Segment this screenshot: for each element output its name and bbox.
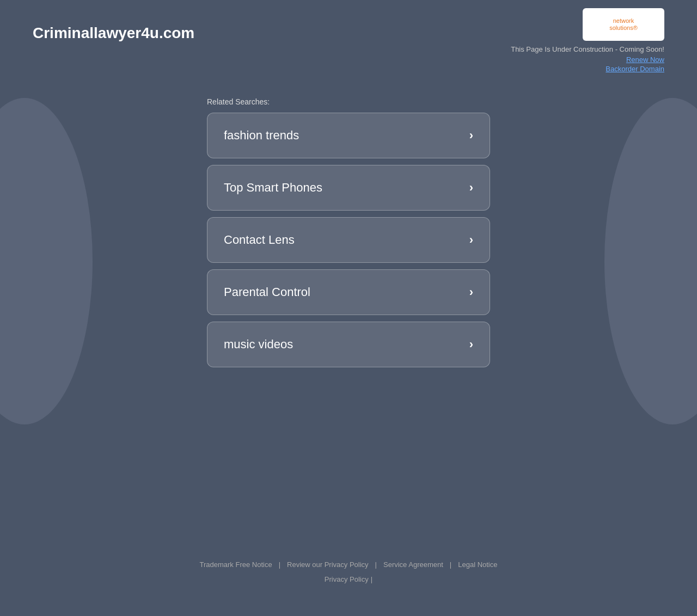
footer: Trademark Free Notice|Review our Privacy… (0, 560, 697, 583)
search-item-text: Top Smart Phones (224, 181, 322, 195)
search-item[interactable]: music videos› (207, 322, 490, 367)
search-item-arrow-icon: › (469, 285, 473, 299)
footer-link[interactable]: Service Agreement (377, 560, 450, 569)
search-item-text: Parental Control (224, 285, 310, 299)
site-title[interactable]: Criminallawyer4u.com (33, 24, 194, 42)
search-item[interactable]: Top Smart Phones› (207, 165, 490, 211)
ns-line1: network (609, 17, 638, 24)
footer-privacy-bar: | (371, 575, 372, 583)
search-item-text: Contact Lens (224, 233, 295, 247)
search-item-text: fashion trends (224, 128, 299, 143)
footer-links: Trademark Free Notice|Review our Privacy… (193, 560, 504, 569)
backorder-domain-link[interactable]: Backorder Domain (606, 65, 664, 73)
renew-now-link[interactable]: Renew Now (626, 56, 664, 64)
footer-link[interactable]: Trademark Free Notice (193, 560, 278, 569)
search-item-arrow-icon: › (469, 128, 473, 143)
search-item-arrow-icon: › (469, 233, 473, 247)
footer-link[interactable]: Review our Privacy Policy (280, 560, 375, 569)
ns-line2: solutions® (609, 24, 638, 32)
footer-link[interactable]: Legal Notice (451, 560, 504, 569)
footer-privacy: Privacy Policy | (325, 575, 372, 583)
header-links: Renew Now Backorder Domain (606, 56, 664, 73)
header-status-text: This Page Is Under Construction - Coming… (511, 45, 664, 53)
search-item[interactable]: fashion trends› (207, 113, 490, 158)
header-right: network solutions® This Page Is Under Co… (511, 8, 664, 73)
search-items-container: fashion trends›Top Smart Phones›Contact … (207, 113, 490, 367)
header: Criminallawyer4u.com network solutions® … (0, 0, 697, 81)
privacy-policy-link[interactable]: Privacy Policy (325, 575, 369, 583)
search-item-arrow-icon: › (469, 337, 473, 352)
ns-logo-text: network solutions® (609, 17, 638, 32)
search-item[interactable]: Parental Control› (207, 269, 490, 315)
search-item[interactable]: Contact Lens› (207, 217, 490, 263)
main-content: Related Searches: fashion trends›Top Sma… (0, 81, 697, 384)
search-item-arrow-icon: › (469, 181, 473, 195)
search-item-text: music videos (224, 337, 293, 352)
related-searches-label: Related Searches: (207, 97, 270, 106)
network-solutions-logo[interactable]: network solutions® (583, 8, 664, 41)
